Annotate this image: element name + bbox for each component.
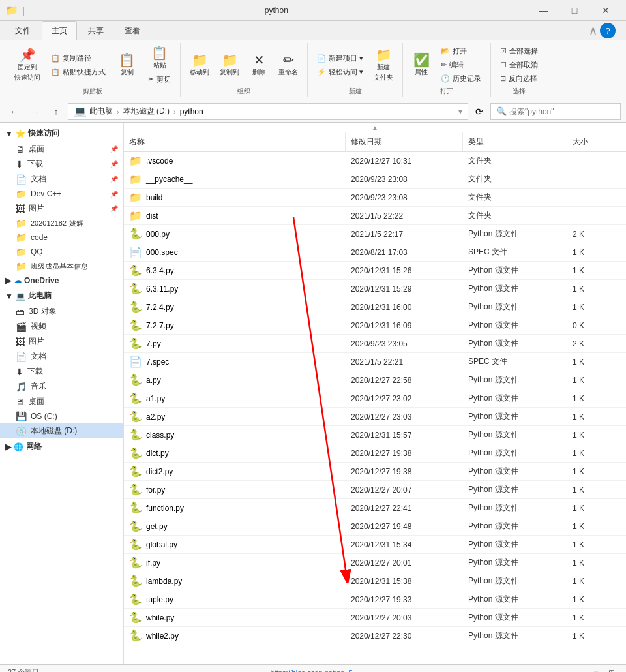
file-type: Python 源文件 <box>463 281 567 297</box>
clipboard-items: 📌 固定到 快速访问 📋复制路径 📋粘贴快捷方式 📋 复制 <box>10 44 175 85</box>
sidebar-item-download2[interactable]: ⬇下载 <box>0 364 123 379</box>
table-row[interactable]: 🐍 while.py 2020/12/27 20:03 Python 源文件 1… <box>124 609 626 627</box>
sidebar-item-osc[interactable]: 💾OS (C:) <box>0 409 123 423</box>
open-button[interactable]: 📂打开 <box>437 45 485 57</box>
title-controls[interactable]: — □ ✕ <box>528 0 621 21</box>
sidebar-item-download[interactable]: ⬇下载📌 <box>0 157 123 172</box>
easy-access-button[interactable]: ⚡轻松访问 ▾ <box>313 66 367 78</box>
help-button[interactable]: ? <box>600 23 616 38</box>
edit-button[interactable]: ✏编辑 <box>437 59 485 71</box>
file-name: 📄 000.spec <box>124 243 346 261</box>
close-button[interactable]: ✕ <box>591 0 621 21</box>
sidebar-item-yaohui[interactable]: 📁202012182-姚辉 <box>0 216 123 230</box>
copy-path-button[interactable]: 📋复制路径 <box>47 52 110 65</box>
delete-button[interactable]: ✕ 删除 <box>246 52 272 79</box>
sidebar-item-music[interactable]: 🎵音乐 <box>0 379 123 394</box>
table-row[interactable]: 🐍 a2.py 2020/12/27 23:03 Python 源文件 1 K <box>124 408 626 426</box>
tab-share[interactable]: 共享 <box>78 21 113 40</box>
table-row[interactable]: 🐍 7.2.7.py 2020/12/31 16:09 Python 源文件 0… <box>124 316 626 335</box>
table-row[interactable]: 🐍 lambda.py 2020/12/31 15:38 Python 源文件 … <box>124 572 626 590</box>
table-row[interactable]: 📄 000.spec 2020/8/21 17:03 SPEC 文件 1 K <box>124 243 626 262</box>
col-name[interactable]: 名称 <box>124 132 346 151</box>
sidebar-thispc-header[interactable]: ▼💻此电脑 <box>0 288 123 304</box>
up-button[interactable]: ↑ <box>47 103 65 120</box>
table-row[interactable]: 📁 __pycache__ 2020/9/23 23:08 文件夹 <box>124 170 626 189</box>
pin-to-quickaccess-button[interactable]: 📌 固定到 快速访问 <box>10 46 44 84</box>
status-url: https://blog.csdn.net/qq_5... <box>271 669 359 673</box>
sidebar-item-qq[interactable]: 📁QQ <box>0 245 123 259</box>
forward-button[interactable]: → <box>26 103 44 120</box>
sidebar-item-localdisk-d[interactable]: 💿本地磁盘 (D:) <box>0 423 123 438</box>
maximize-button[interactable]: □ <box>559 0 589 21</box>
col-type[interactable]: 类型 <box>463 132 567 151</box>
sidebar-onedrive-header[interactable]: ▶☁OneDrive <box>0 273 123 288</box>
table-row[interactable]: 🐍 a1.py 2020/12/27 23:02 Python 源文件 1 K <box>124 389 626 408</box>
table-row[interactable]: 🐍 7.py 2020/9/23 23:05 Python 源文件 2 K <box>124 335 626 353</box>
search-bar[interactable]: 🔍 <box>490 103 621 120</box>
history-button[interactable]: 🕐历史记录 <box>437 72 485 85</box>
sidebar-item-pictures[interactable]: 🖼图片📌 <box>0 201 123 216</box>
sidebar-item-classinfo[interactable]: 📁班级成员基本信息 <box>0 259 123 273</box>
table-row[interactable]: 🐍 000.py 2021/1/5 22:17 Python 源文件 2 K <box>124 225 626 243</box>
sidebar-item-desktop2[interactable]: 🖥桌面 <box>0 394 123 409</box>
table-row[interactable]: 🐍 a.py 2020/12/27 22:58 Python 源文件 1 K <box>124 371 626 389</box>
table-row[interactable]: 🐍 6.3.11.py 2020/12/31 15:29 Python 源文件 … <box>124 280 626 298</box>
table-row[interactable]: 🐍 tuple.py 2020/12/27 19:33 Python 源文件 1… <box>124 590 626 609</box>
sidebar-item-devcpp[interactable]: 📁Dev C++📌 <box>0 187 123 201</box>
sidebar-item-video[interactable]: 🎬视频 <box>0 319 123 334</box>
select-none-button[interactable]: ☐全部取消 <box>496 59 542 71</box>
col-size[interactable]: 大小 <box>567 132 619 151</box>
file-name: 🐍 a.py <box>124 371 346 389</box>
file-date: 2020/12/31 16:00 <box>346 300 463 314</box>
table-row[interactable]: 📁 build 2020/9/23 23:08 文件夹 <box>124 189 626 207</box>
file-size: 0 K <box>567 318 619 333</box>
tab-home[interactable]: 主页 <box>42 21 77 40</box>
sidebar-item-code[interactable]: 📁code <box>0 230 123 245</box>
table-row[interactable]: 🐍 6.3.4.py 2020/12/31 15:26 Python 源文件 1… <box>124 262 626 280</box>
invert-selection-button[interactable]: ⊡反向选择 <box>496 72 542 85</box>
new-item-button[interactable]: 📄新建项目 ▾ <box>313 52 367 65</box>
sidebar-item-documents[interactable]: 📄文档📌 <box>0 172 123 187</box>
large-icons-view-button[interactable]: ⊞ <box>605 667 618 673</box>
copy-to-button[interactable]: 📁 复制到 <box>216 52 243 79</box>
paste-shortcut-button[interactable]: 📋粘贴快捷方式 <box>47 66 110 78</box>
search-input[interactable] <box>509 107 615 116</box>
table-row[interactable]: 🐍 while2.py 2020/12/27 22:30 Python 源文件 … <box>124 627 626 645</box>
move-to-button[interactable]: 📁 移动到 <box>186 52 213 79</box>
new-folder-button[interactable]: 📁 新建 文件夹 <box>370 46 397 84</box>
paste-button[interactable]: 📋 粘贴 <box>147 44 171 72</box>
table-row[interactable]: 📁 dist 2021/1/5 22:22 文件夹 <box>124 207 626 225</box>
table-row[interactable]: 📄 7.spec 2021/1/5 22:21 SPEC 文件 1 K <box>124 353 626 371</box>
table-row[interactable]: 🐍 class.py 2020/12/31 15:57 Python 源文件 1… <box>124 426 626 444</box>
table-row[interactable]: 🐍 dict.py 2020/12/27 19:38 Python 源文件 1 … <box>124 444 626 463</box>
sidebar-item-pictures2[interactable]: 🖼图片 <box>0 334 123 349</box>
col-date[interactable]: 修改日期 <box>346 132 463 151</box>
details-view-button[interactable]: ≡ <box>589 667 603 673</box>
table-row[interactable]: 🐍 dict2.py 2020/12/27 19:38 Python 源文件 1… <box>124 463 626 481</box>
refresh-button[interactable]: ⟳ <box>471 103 488 120</box>
select-all-button[interactable]: ☑全部选择 <box>496 45 542 57</box>
address-bar[interactable]: 💻 此电脑 › 本地磁盘 (D:) › python ▾ <box>68 103 468 120</box>
copy-button[interactable]: 📋 复制 <box>115 52 139 79</box>
table-row[interactable]: 🐍 function.py 2020/12/27 22:41 Python 源文… <box>124 499 626 517</box>
file-date: 2020/12/31 15:26 <box>346 264 463 278</box>
sidebar-item-documents2[interactable]: 📄文档 <box>0 349 123 364</box>
table-row[interactable]: 🐍 global.py 2020/12/31 15:34 Python 源文件 … <box>124 536 626 554</box>
properties-button[interactable]: ✅ 属性 <box>408 52 434 79</box>
table-row[interactable]: 🐍 get.py 2020/12/27 19:48 Python 源文件 1 K <box>124 517 626 536</box>
cut-button[interactable]: ✂剪切 <box>144 73 175 85</box>
tab-view[interactable]: 查看 <box>115 21 150 40</box>
table-row[interactable]: 🐍 7.2.4.py 2020/12/31 16:00 Python 源文件 1… <box>124 298 626 316</box>
rename-button[interactable]: ✏ 重命名 <box>275 52 302 79</box>
table-row[interactable]: 📁 .vscode 2020/12/27 10:31 文件夹 <box>124 152 626 170</box>
sidebar-quickaccess-header[interactable]: ▼⭐快速访问 <box>0 125 123 142</box>
sidebar-item-3dobjects[interactable]: 🗃3D 对象 <box>0 304 123 319</box>
file-type: Python 源文件 <box>463 628 567 644</box>
back-button[interactable]: ← <box>5 103 23 120</box>
tab-file[interactable]: 文件 <box>5 21 40 40</box>
sidebar-network-header[interactable]: ▶🌐网络 <box>0 438 123 455</box>
minimize-button[interactable]: — <box>528 0 558 21</box>
sidebar-item-desktop[interactable]: 🖥桌面📌 <box>0 142 123 157</box>
table-row[interactable]: 🐍 if.py 2020/12/27 20:01 Python 源文件 1 K <box>124 554 626 572</box>
table-row[interactable]: 🐍 for.py 2020/12/27 20:07 Python 源文件 1 K <box>124 481 626 499</box>
